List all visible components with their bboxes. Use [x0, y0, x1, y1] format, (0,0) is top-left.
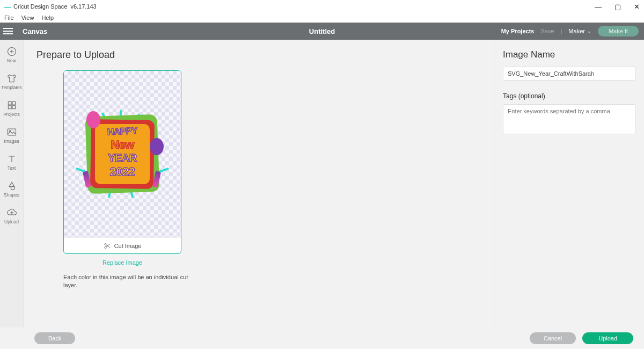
canvas-label[interactable]: Canvas	[23, 27, 47, 35]
grid-icon	[6, 100, 17, 111]
content-area: Prepare to Upload	[24, 40, 644, 328]
artwork-text-2: New	[82, 138, 163, 152]
menu-file[interactable]: File	[4, 14, 14, 21]
sidebar-item-upload[interactable]: Upload	[0, 205, 23, 227]
upload-button[interactable]: Upload	[582, 332, 633, 344]
maximize-icon[interactable]: ▢	[614, 3, 621, 10]
sidebar-item-images[interactable]: Images	[0, 125, 23, 146]
machine-label: Maker	[568, 28, 585, 34]
menu-view[interactable]: View	[21, 14, 34, 21]
svg-point-11	[105, 243, 106, 245]
sidebar-item-projects[interactable]: Projects	[0, 98, 23, 119]
tags-input[interactable]	[503, 104, 635, 134]
svg-rect-4	[12, 101, 15, 105]
document-title: Untitled	[309, 27, 335, 35]
image-name-input[interactable]	[503, 67, 635, 81]
scissors-icon	[104, 242, 111, 250]
image-icon	[6, 127, 17, 137]
artwork-text-4: 2022	[82, 165, 163, 179]
upload-description: Each color in this image will be an indi…	[63, 273, 192, 290]
tags-label: Tags (optional)	[503, 92, 635, 100]
replace-image-link[interactable]: Replace Image	[63, 259, 181, 266]
sidebar-item-label: Templates	[1, 85, 22, 90]
shirt-icon	[6, 73, 17, 84]
sidebar-item-text[interactable]: Text	[0, 151, 23, 173]
sidebar-item-label: Shapes	[4, 192, 19, 198]
sidebar-item-label: Projects	[3, 112, 20, 117]
svg-rect-3	[8, 101, 11, 105]
svg-rect-5	[8, 106, 11, 109]
close-icon[interactable]: ✕	[634, 3, 640, 10]
image-preview: HAPPY New YEAR 2022	[64, 71, 181, 237]
shapes-icon	[6, 180, 17, 191]
menubar: File View Help	[0, 13, 644, 23]
plus-circle-icon	[6, 46, 17, 57]
upload-cloud-icon	[6, 207, 17, 218]
cut-image-label: Cut Image	[114, 243, 142, 249]
sidebar-item-shapes[interactable]: Shapes	[0, 178, 23, 200]
svg-marker-9	[9, 182, 14, 186]
save-link[interactable]: Save	[540, 28, 554, 34]
svg-rect-6	[12, 106, 15, 109]
page-heading: Prepare to Upload	[36, 49, 481, 61]
minimize-icon[interactable]: —	[595, 3, 602, 10]
right-panel: Image Name Tags (optional)	[494, 40, 644, 328]
sidebar-item-templates[interactable]: Templates	[0, 71, 23, 92]
cut-image-row[interactable]: Cut Image	[64, 237, 181, 253]
make-it-button[interactable]: Make It	[598, 26, 639, 37]
image-name-heading: Image Name	[503, 49, 635, 60]
sidebar-item-label: Text	[8, 165, 16, 171]
text-icon	[6, 154, 17, 164]
svg-rect-7	[8, 129, 16, 135]
app-title: Cricut Design Space	[13, 3, 67, 10]
uploaded-artwork: HAPPY New YEAR 2022	[82, 111, 163, 197]
separator: |	[561, 28, 562, 34]
sidebar-item-new[interactable]: New	[0, 44, 23, 66]
chevron-down-icon: ⌄	[587, 28, 591, 34]
image-preview-card: HAPPY New YEAR 2022 Cut Image	[63, 70, 181, 254]
back-button[interactable]: Back	[34, 332, 75, 344]
svg-point-12	[105, 246, 106, 248]
menu-help[interactable]: Help	[41, 14, 54, 21]
machine-selector[interactable]: Maker ⌄	[568, 28, 591, 34]
cancel-button[interactable]: Cancel	[530, 332, 576, 344]
app-version: v6.17.143	[70, 3, 96, 10]
topbar: Canvas Untitled My Projects Save | Maker…	[0, 23, 644, 40]
app-icon: —	[4, 3, 11, 11]
sidebar: New Templates Projects Images Text Shape…	[0, 40, 24, 328]
sidebar-item-label: New	[7, 58, 16, 63]
window-titlebar: — Cricut Design Space v6.17.143 — ▢ ✕	[0, 0, 644, 13]
footer-bar: Back Cancel Upload	[0, 328, 644, 349]
sidebar-item-label: Images	[4, 139, 19, 144]
main-panel: Prepare to Upload	[24, 40, 494, 328]
artwork-text-3: YEAR	[82, 152, 163, 164]
sidebar-item-label: Upload	[4, 219, 19, 224]
my-projects-link[interactable]: My Projects	[501, 28, 535, 34]
hamburger-menu-icon[interactable]	[3, 26, 17, 37]
